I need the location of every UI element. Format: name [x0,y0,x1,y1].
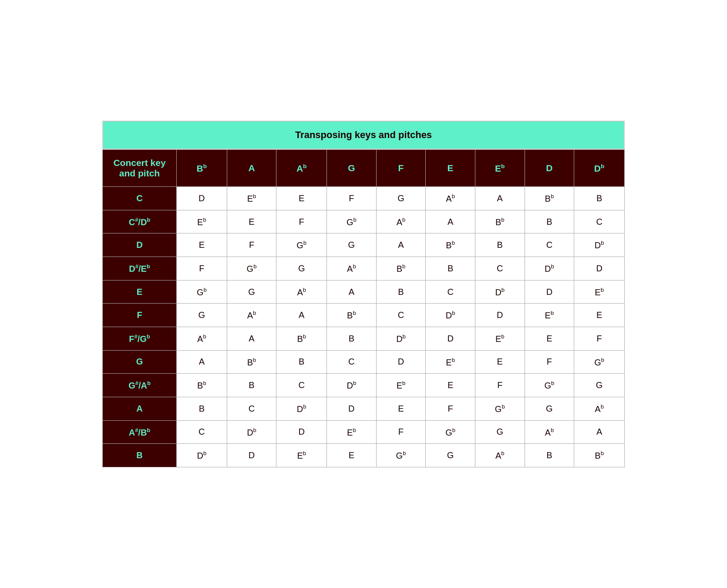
header-row: Concert key and pitch Bb A Ab G F E Eb D… [103,150,625,187]
cell-3-3: Ab [327,257,377,280]
table-row: FGAbABbCDbDEbE [103,304,625,327]
cell-10-7: Ab [525,420,574,444]
cell-6-6: Eb [475,327,525,351]
cell-9-8: Ab [574,397,625,420]
col-header-6: Eb [475,150,525,187]
cell-10-8: A [574,420,625,444]
cell-5-5: Db [426,304,475,327]
row-label-11: B [103,444,177,467]
cell-10-6: G [475,420,525,444]
cell-5-2: A [276,304,327,327]
cell-7-2: B [276,350,327,374]
cell-1-2: F [276,210,327,233]
cell-5-6: D [475,304,525,327]
cell-6-5: D [426,327,475,351]
table-row: G#/AbBbBCDbEbEFGbG [103,374,625,397]
cell-4-2: Ab [276,280,327,304]
cell-7-1: Bb [227,350,276,374]
cell-0-4: G [376,187,426,210]
col-header-0: Bb [177,150,227,187]
cell-2-3: G [327,233,377,257]
cell-2-6: B [475,233,525,257]
row-label-3: D#/Eb [103,257,177,280]
cell-2-8: Db [574,233,625,257]
cell-8-1: B [227,374,276,397]
cell-5-4: C [376,304,426,327]
row-label-0: C [103,187,177,210]
cell-4-3: A [327,280,377,304]
cell-3-5: B [426,257,475,280]
cell-5-1: Ab [227,304,276,327]
table-body: CDEbEFGAbABbBC#/DbEbEFGbAbABbBCDEFGbGABb… [103,187,625,467]
cell-7-4: D [376,350,426,374]
table-row: CDEbEFGAbABbB [103,187,625,210]
row-label-7: G [103,350,177,374]
cell-11-2: Eb [276,444,327,467]
cell-3-2: G [276,257,327,280]
table-wrapper: Transposing keys and pitches Concert key… [102,121,625,467]
col-header-7: D [525,150,574,187]
cell-1-7: B [525,210,574,233]
cell-3-0: F [177,257,227,280]
cell-0-8: B [574,187,625,210]
table-row: C#/DbEbEFGbAbABbBC [103,210,625,233]
cell-4-4: B [376,280,426,304]
cell-10-4: F [376,420,426,444]
row-label-2: D [103,233,177,257]
table-row: ABCDbDEFGbGAb [103,397,625,420]
cell-6-1: A [227,327,276,351]
cell-2-1: F [227,233,276,257]
cell-11-7: B [525,444,574,467]
cell-7-0: A [177,350,227,374]
cell-11-6: Ab [475,444,525,467]
table-row: GABbBCDEbEFGb [103,350,625,374]
cell-8-0: Bb [177,374,227,397]
cell-8-5: E [426,374,475,397]
cell-8-7: Gb [525,374,574,397]
cell-9-1: C [227,397,276,420]
cell-8-6: F [475,374,525,397]
cell-6-0: Ab [177,327,227,351]
cell-9-0: B [177,397,227,420]
cell-10-3: Eb [327,420,377,444]
cell-4-0: Gb [177,280,227,304]
cell-7-5: Eb [426,350,475,374]
cell-3-1: Gb [227,257,276,280]
main-title: Transposing keys and pitches [102,121,625,149]
cell-11-4: Gb [376,444,426,467]
cell-6-3: B [327,327,377,351]
cell-3-8: D [574,257,625,280]
table-row: A#/BbCDbDEbFGbGAbA [103,420,625,444]
cell-9-5: F [426,397,475,420]
cell-4-1: G [227,280,276,304]
cell-11-0: Db [177,444,227,467]
col-header-1: A [227,150,276,187]
cell-3-4: Bb [376,257,426,280]
table-row: EGbGAbABCDbDEb [103,280,625,304]
cell-9-4: E [376,397,426,420]
table-row: DEFGbGABbBCDb [103,233,625,257]
cell-10-0: C [177,420,227,444]
cell-6-2: Bb [276,327,327,351]
transposing-table: Concert key and pitch Bb A Ab G F E Eb D… [102,149,625,467]
cell-11-3: E [327,444,377,467]
cell-11-1: D [227,444,276,467]
col-header-8: Db [574,150,625,187]
cell-5-3: Bb [327,304,377,327]
cell-8-4: Eb [376,374,426,397]
cell-1-0: Eb [177,210,227,233]
cell-9-7: G [525,397,574,420]
cell-11-8: Bb [574,444,625,467]
cell-7-8: Gb [574,350,625,374]
cell-1-6: Bb [475,210,525,233]
cell-10-1: Db [227,420,276,444]
cell-2-0: E [177,233,227,257]
cell-8-2: C [276,374,327,397]
cell-3-6: C [475,257,525,280]
row-label-1: C#/Db [103,210,177,233]
row-label-9: A [103,397,177,420]
cell-1-8: C [574,210,625,233]
col-header-2: Ab [276,150,327,187]
cell-9-3: D [327,397,377,420]
cell-10-5: Gb [426,420,475,444]
